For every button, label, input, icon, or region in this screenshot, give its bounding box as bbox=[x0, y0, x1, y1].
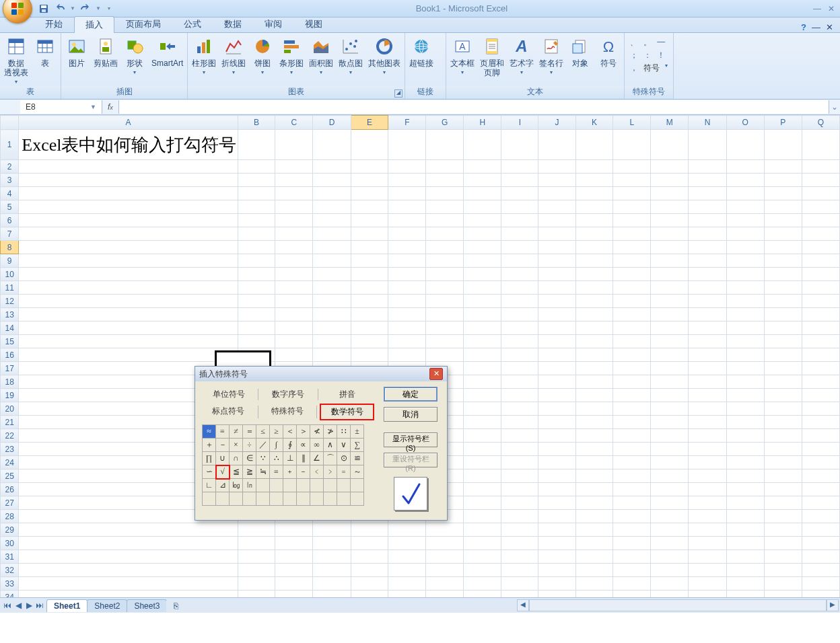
cell[interactable] bbox=[689, 389, 726, 402]
cell[interactable] bbox=[464, 483, 501, 496]
dialog-tab-special[interactable]: 特殊符号 bbox=[261, 404, 314, 420]
symbol-cell[interactable] bbox=[297, 479, 310, 492]
cell[interactable] bbox=[764, 362, 802, 375]
line-chart-button[interactable]: 折线图 ▾ bbox=[221, 36, 246, 75]
special-symbols-grid[interactable]: 、。— ；：！ ，符号▾ bbox=[629, 36, 669, 75]
cell[interactable] bbox=[313, 241, 351, 254]
cell[interactable] bbox=[538, 443, 575, 456]
cell[interactable] bbox=[726, 241, 764, 254]
cell[interactable] bbox=[388, 523, 426, 537]
dialog-launcher-icon[interactable]: ◢ bbox=[394, 89, 403, 98]
cell[interactable] bbox=[351, 537, 388, 550]
cell[interactable] bbox=[238, 295, 275, 308]
symbol-cell[interactable]: ≡ bbox=[216, 425, 230, 439]
cell[interactable] bbox=[764, 564, 802, 577]
cell[interactable] bbox=[464, 187, 501, 200]
cell[interactable] bbox=[351, 174, 388, 187]
cell[interactable] bbox=[19, 550, 238, 564]
symbol-cell[interactable]: ﹥ bbox=[324, 465, 337, 479]
cell[interactable] bbox=[575, 174, 613, 187]
cell[interactable] bbox=[238, 174, 275, 187]
cell[interactable] bbox=[651, 241, 689, 254]
cell[interactable] bbox=[613, 160, 651, 174]
cell[interactable] bbox=[651, 130, 689, 160]
row-header[interactable]: 20 bbox=[1, 402, 19, 416]
cell[interactable] bbox=[802, 564, 839, 577]
cell[interactable] bbox=[501, 200, 538, 214]
cell[interactable] bbox=[238, 308, 275, 322]
cell[interactable] bbox=[575, 200, 613, 214]
col-header[interactable]: D bbox=[313, 116, 351, 130]
cell[interactable] bbox=[275, 322, 313, 335]
cell[interactable] bbox=[726, 322, 764, 335]
cell[interactable] bbox=[501, 362, 538, 375]
cell[interactable] bbox=[689, 200, 726, 214]
cell[interactable] bbox=[351, 214, 388, 227]
cell[interactable] bbox=[275, 537, 313, 550]
col-header[interactable]: E bbox=[351, 116, 388, 130]
cell[interactable] bbox=[426, 523, 464, 537]
cell[interactable] bbox=[726, 268, 764, 281]
cell[interactable] bbox=[764, 160, 802, 174]
tab-data[interactable]: 数据 bbox=[213, 15, 253, 32]
cell[interactable] bbox=[802, 308, 839, 322]
row-header[interactable]: 23 bbox=[1, 443, 19, 456]
row-header[interactable]: 28 bbox=[1, 510, 19, 523]
cell[interactable] bbox=[19, 322, 238, 335]
symbol-cell[interactable]: ∫ bbox=[270, 439, 283, 452]
cell[interactable] bbox=[351, 130, 388, 160]
headerfooter-button[interactable]: 页眉和 页脚 bbox=[480, 36, 504, 77]
symbol-cell[interactable] bbox=[270, 492, 283, 506]
row-header[interactable]: 18 bbox=[1, 375, 19, 389]
cell[interactable] bbox=[689, 496, 726, 510]
cell[interactable] bbox=[313, 564, 351, 577]
cell[interactable] bbox=[388, 241, 426, 254]
cell[interactable] bbox=[613, 469, 651, 483]
cell[interactable] bbox=[538, 362, 575, 375]
symbol-cell[interactable]: ∽ bbox=[203, 465, 216, 479]
cell[interactable] bbox=[538, 456, 575, 469]
cell[interactable] bbox=[651, 160, 689, 174]
cell[interactable] bbox=[689, 402, 726, 416]
cell[interactable] bbox=[388, 214, 426, 227]
ok-button[interactable]: 确定 bbox=[384, 387, 438, 402]
cell[interactable] bbox=[351, 523, 388, 537]
cell[interactable] bbox=[689, 564, 726, 577]
smartart-button[interactable]: SmartArt bbox=[151, 36, 183, 68]
cell[interactable] bbox=[19, 537, 238, 550]
cell[interactable] bbox=[651, 214, 689, 227]
cell[interactable] bbox=[238, 268, 275, 281]
row-header[interactable]: 1 bbox=[1, 130, 19, 160]
cell[interactable] bbox=[238, 523, 275, 537]
cell[interactable] bbox=[613, 577, 651, 591]
sheet-nav-last-icon[interactable]: ⏭ bbox=[35, 601, 44, 610]
cell[interactable] bbox=[689, 456, 726, 469]
col-header[interactable]: J bbox=[538, 116, 575, 130]
cell[interactable] bbox=[388, 160, 426, 174]
symbol-cell[interactable] bbox=[283, 479, 297, 492]
symbol-cell[interactable]: － bbox=[216, 439, 230, 452]
cell[interactable] bbox=[19, 241, 238, 254]
cell[interactable] bbox=[19, 227, 238, 241]
cell[interactable] bbox=[426, 200, 464, 214]
cell[interactable] bbox=[464, 348, 501, 362]
cell[interactable] bbox=[388, 254, 426, 268]
cell[interactable] bbox=[726, 389, 764, 402]
cell[interactable] bbox=[388, 174, 426, 187]
cell[interactable] bbox=[726, 335, 764, 348]
cell[interactable] bbox=[802, 335, 839, 348]
symbol-cell[interactable]: ⊥ bbox=[283, 452, 297, 465]
cell[interactable] bbox=[426, 537, 464, 550]
cell[interactable] bbox=[313, 322, 351, 335]
clipart-button[interactable]: 剪贴画 bbox=[94, 36, 118, 68]
picture-button[interactable]: 图片 bbox=[65, 36, 88, 68]
cell[interactable] bbox=[351, 268, 388, 281]
cell[interactable] bbox=[726, 214, 764, 227]
cell[interactable] bbox=[613, 254, 651, 268]
cell[interactable] bbox=[464, 281, 501, 295]
symbol-cell[interactable]: ≯ bbox=[324, 425, 337, 439]
cell[interactable] bbox=[238, 281, 275, 295]
cell[interactable] bbox=[313, 348, 351, 362]
cell[interactable] bbox=[726, 295, 764, 308]
sheet-nav-next-icon[interactable]: ▶ bbox=[24, 601, 34, 610]
